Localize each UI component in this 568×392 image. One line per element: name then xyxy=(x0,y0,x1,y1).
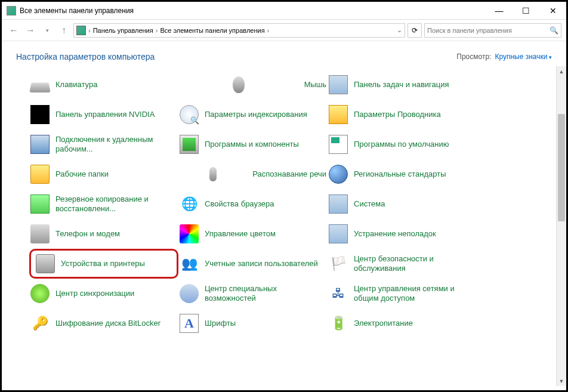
search-icon[interactable]: 🔍 xyxy=(550,26,558,35)
item-index[interactable]: Параметры индексирования xyxy=(178,100,328,129)
item-explorer[interactable]: Параметры Проводника xyxy=(328,100,477,129)
item-label: Шрифты xyxy=(205,319,236,328)
breadcrumb-icon xyxy=(76,26,86,35)
browser-icon xyxy=(180,195,199,214)
recent-dropdown[interactable]: ▾ xyxy=(40,23,54,38)
chevron-icon: › xyxy=(156,27,158,34)
search-input[interactable] xyxy=(427,27,550,34)
item-label: Резервное копирование и восстановлени... xyxy=(55,195,177,213)
chevron-icon: › xyxy=(88,27,91,34)
item-defaults[interactable]: Программы по умолчанию xyxy=(328,129,477,159)
item-label: Программы по умолчанию xyxy=(354,140,449,149)
trouble-icon xyxy=(329,224,348,243)
item-label: Телефон и модем xyxy=(55,229,120,239)
refresh-button[interactable]: ⟳ xyxy=(408,23,422,38)
backup-icon xyxy=(30,195,50,214)
item-color[interactable]: Управление цветом xyxy=(178,219,328,249)
power-icon xyxy=(329,314,348,333)
scroll-down-icon[interactable]: ▼ xyxy=(557,376,566,386)
item-keyboard[interactable]: Клавиатура xyxy=(29,70,178,100)
network-icon xyxy=(329,284,348,303)
back-button[interactable]: ← xyxy=(7,23,21,38)
item-label: Программы и компоненты xyxy=(205,140,299,149)
item-label: Распознавание речи xyxy=(252,169,326,179)
window-icon xyxy=(7,6,16,16)
items-grid: КлавиатураМышьПанель задач и навигацияПа… xyxy=(29,70,548,338)
item-fonts[interactable]: Шрифты xyxy=(178,308,328,338)
scroll-up-icon[interactable]: ▲ xyxy=(557,66,566,76)
minimize-button[interactable]: — xyxy=(486,2,513,19)
item-users[interactable]: Учетные записи пользователей xyxy=(178,249,328,279)
item-phone[interactable]: Телефон и модем xyxy=(29,219,178,249)
phone-icon xyxy=(30,224,50,243)
sync-icon xyxy=(30,284,50,303)
folder-icon xyxy=(30,165,50,184)
item-sync[interactable]: Центр синхронизации xyxy=(29,279,178,308)
breadcrumb-dropdown[interactable]: ⌄ xyxy=(397,26,402,34)
item-nvidia[interactable]: Панель управления NVIDIA xyxy=(29,100,178,129)
navbar: ← → ▾ ↑ › Панель управления › Все элемен… xyxy=(2,20,566,41)
item-label: Устройства и принтеры xyxy=(61,259,145,268)
scroll-thumb[interactable] xyxy=(558,114,565,221)
index-icon xyxy=(180,105,199,124)
flag-icon xyxy=(329,254,348,273)
breadcrumb-root[interactable]: Панель управления xyxy=(93,27,153,34)
fonts-icon xyxy=(180,314,199,333)
item-flag[interactable]: Центр безопасности и обслуживания xyxy=(328,249,477,279)
item-label: Рабочие папки xyxy=(55,169,109,179)
header-row: Настройка параметров компьютера Просмотр… xyxy=(2,41,566,66)
maximize-button[interactable]: ☐ xyxy=(513,2,539,19)
item-access[interactable]: Центр специальных возможностей xyxy=(178,279,328,308)
item-label: Электропитание xyxy=(354,319,413,328)
item-programs[interactable]: Программы и компоненты xyxy=(178,129,328,159)
item-network[interactable]: Центр управления сетями и общим доступом xyxy=(328,279,477,308)
item-bitlocker[interactable]: Шифрование диска BitLocker xyxy=(29,308,178,338)
defaults-icon xyxy=(329,135,348,154)
item-label: Управление цветом xyxy=(205,229,276,239)
item-label: Система xyxy=(354,199,385,209)
item-label: Свойства браузера xyxy=(205,199,274,209)
item-taskbar[interactable]: Панель задач и навигация xyxy=(328,70,477,100)
item-system[interactable]: Система xyxy=(328,189,477,219)
explorer-icon xyxy=(329,105,348,124)
view-selector[interactable]: Крупные значки xyxy=(495,53,552,61)
item-label: Клавиатура xyxy=(55,80,97,89)
bitlocker-icon xyxy=(30,314,50,333)
item-browser[interactable]: Свойства браузера xyxy=(178,189,328,219)
item-folder[interactable]: Рабочие папки xyxy=(29,159,178,189)
up-button[interactable]: ↑ xyxy=(57,23,71,38)
item-label: Центр безопасности и обслуживания xyxy=(354,254,476,273)
breadcrumb[interactable]: › Панель управления › Все элементы панел… xyxy=(73,23,405,38)
item-power[interactable]: Электропитание xyxy=(328,308,477,338)
scrollbar[interactable]: ▲ ▼ xyxy=(556,66,566,386)
item-trouble[interactable]: Устранение неполадок xyxy=(328,219,477,249)
chevron-icon: › xyxy=(267,27,270,34)
item-mouse[interactable]: Мышь xyxy=(178,70,328,100)
programs-icon xyxy=(180,135,199,154)
item-printer[interactable]: Устройства и принтеры xyxy=(29,249,178,279)
item-remote[interactable]: Подключения к удаленным рабочим... xyxy=(29,129,178,159)
color-icon xyxy=(180,224,199,243)
window-title: Все элементы панели управления xyxy=(20,7,486,15)
item-label: Параметры индексирования xyxy=(205,110,307,119)
item-globe[interactable]: Региональные стандарты xyxy=(328,159,477,189)
item-label: Панель управления NVIDIA xyxy=(55,110,155,119)
item-label: Параметры Проводника xyxy=(354,110,441,119)
close-button[interactable]: ✕ xyxy=(539,2,566,19)
item-label: Учетные записи пользователей xyxy=(205,259,318,268)
item-label: Центр управления сетями и общим доступом xyxy=(354,284,476,303)
item-backup[interactable]: Резервное копирование и восстановлени... xyxy=(29,189,178,219)
globe-icon xyxy=(329,165,348,184)
search-box[interactable]: 🔍 xyxy=(424,23,561,38)
titlebar: Все элементы панели управления — ☐ ✕ xyxy=(2,2,566,20)
breadcrumb-current[interactable]: Все элементы панели управления xyxy=(160,27,264,34)
printer-icon xyxy=(36,254,55,273)
item-label: Шифрование диска BitLocker xyxy=(55,319,160,328)
item-mic[interactable]: Распознавание речи xyxy=(178,159,328,189)
access-icon xyxy=(180,284,199,303)
forward-button[interactable]: → xyxy=(23,23,38,38)
taskbar-icon xyxy=(329,75,348,94)
users-icon xyxy=(180,254,199,273)
item-label: Устранение неполадок xyxy=(354,229,436,239)
nvidia-icon xyxy=(30,105,50,124)
